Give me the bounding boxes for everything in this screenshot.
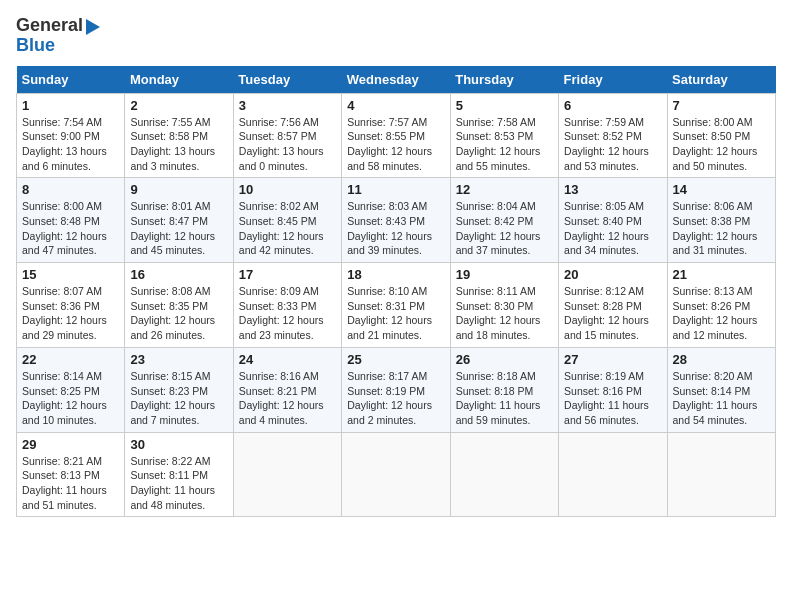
- day-number: 23: [130, 352, 227, 367]
- calendar-cell: 15Sunrise: 8:07 AMSunset: 8:36 PMDayligh…: [17, 263, 125, 348]
- day-info: Sunrise: 8:09 AMSunset: 8:33 PMDaylight:…: [239, 284, 336, 343]
- calendar-header-row: SundayMondayTuesdayWednesdayThursdayFrid…: [17, 66, 776, 94]
- day-number: 29: [22, 437, 119, 452]
- calendar-cell: 8Sunrise: 8:00 AMSunset: 8:48 PMDaylight…: [17, 178, 125, 263]
- day-info: Sunrise: 8:08 AMSunset: 8:35 PMDaylight:…: [130, 284, 227, 343]
- calendar-cell: 27Sunrise: 8:19 AMSunset: 8:16 PMDayligh…: [559, 347, 667, 432]
- day-number: 11: [347, 182, 444, 197]
- day-number: 26: [456, 352, 553, 367]
- day-number: 1: [22, 98, 119, 113]
- day-number: 2: [130, 98, 227, 113]
- day-info: Sunrise: 8:10 AMSunset: 8:31 PMDaylight:…: [347, 284, 444, 343]
- day-header-wednesday: Wednesday: [342, 66, 450, 94]
- day-info: Sunrise: 8:11 AMSunset: 8:30 PMDaylight:…: [456, 284, 553, 343]
- day-info: Sunrise: 8:18 AMSunset: 8:18 PMDaylight:…: [456, 369, 553, 428]
- day-info: Sunrise: 8:17 AMSunset: 8:19 PMDaylight:…: [347, 369, 444, 428]
- logo-arrow-icon: [86, 19, 100, 35]
- day-info: Sunrise: 8:16 AMSunset: 8:21 PMDaylight:…: [239, 369, 336, 428]
- calendar-cell: [233, 432, 341, 517]
- calendar-cell: 12Sunrise: 8:04 AMSunset: 8:42 PMDayligh…: [450, 178, 558, 263]
- calendar-cell: 22Sunrise: 8:14 AMSunset: 8:25 PMDayligh…: [17, 347, 125, 432]
- calendar-cell: 28Sunrise: 8:20 AMSunset: 8:14 PMDayligh…: [667, 347, 775, 432]
- calendar-cell: 4Sunrise: 7:57 AMSunset: 8:55 PMDaylight…: [342, 93, 450, 178]
- calendar-cell: 25Sunrise: 8:17 AMSunset: 8:19 PMDayligh…: [342, 347, 450, 432]
- day-info: Sunrise: 8:02 AMSunset: 8:45 PMDaylight:…: [239, 199, 336, 258]
- day-number: 6: [564, 98, 661, 113]
- calendar-cell: [450, 432, 558, 517]
- day-info: Sunrise: 8:13 AMSunset: 8:26 PMDaylight:…: [673, 284, 770, 343]
- logo-blue: Blue: [16, 36, 55, 56]
- day-info: Sunrise: 7:58 AMSunset: 8:53 PMDaylight:…: [456, 115, 553, 174]
- day-info: Sunrise: 7:56 AMSunset: 8:57 PMDaylight:…: [239, 115, 336, 174]
- day-number: 12: [456, 182, 553, 197]
- day-number: 7: [673, 98, 770, 113]
- day-header-thursday: Thursday: [450, 66, 558, 94]
- day-number: 30: [130, 437, 227, 452]
- day-number: 19: [456, 267, 553, 282]
- day-info: Sunrise: 8:00 AMSunset: 8:48 PMDaylight:…: [22, 199, 119, 258]
- calendar-cell: 11Sunrise: 8:03 AMSunset: 8:43 PMDayligh…: [342, 178, 450, 263]
- calendar-cell: 18Sunrise: 8:10 AMSunset: 8:31 PMDayligh…: [342, 263, 450, 348]
- day-number: 13: [564, 182, 661, 197]
- day-number: 25: [347, 352, 444, 367]
- day-header-friday: Friday: [559, 66, 667, 94]
- day-info: Sunrise: 8:15 AMSunset: 8:23 PMDaylight:…: [130, 369, 227, 428]
- day-number: 28: [673, 352, 770, 367]
- page-header: General Blue: [16, 16, 776, 56]
- day-info: Sunrise: 8:22 AMSunset: 8:11 PMDaylight:…: [130, 454, 227, 513]
- calendar-cell: 10Sunrise: 8:02 AMSunset: 8:45 PMDayligh…: [233, 178, 341, 263]
- day-number: 27: [564, 352, 661, 367]
- calendar-cell: 1Sunrise: 7:54 AMSunset: 9:00 PMDaylight…: [17, 93, 125, 178]
- day-number: 17: [239, 267, 336, 282]
- calendar-cell: 7Sunrise: 8:00 AMSunset: 8:50 PMDaylight…: [667, 93, 775, 178]
- day-info: Sunrise: 8:12 AMSunset: 8:28 PMDaylight:…: [564, 284, 661, 343]
- day-number: 20: [564, 267, 661, 282]
- calendar-cell: 2Sunrise: 7:55 AMSunset: 8:58 PMDaylight…: [125, 93, 233, 178]
- day-info: Sunrise: 8:19 AMSunset: 8:16 PMDaylight:…: [564, 369, 661, 428]
- calendar-cell: 24Sunrise: 8:16 AMSunset: 8:21 PMDayligh…: [233, 347, 341, 432]
- calendar-week-row: 22Sunrise: 8:14 AMSunset: 8:25 PMDayligh…: [17, 347, 776, 432]
- calendar-week-row: 15Sunrise: 8:07 AMSunset: 8:36 PMDayligh…: [17, 263, 776, 348]
- calendar-body: 1Sunrise: 7:54 AMSunset: 9:00 PMDaylight…: [17, 93, 776, 517]
- calendar-table: SundayMondayTuesdayWednesdayThursdayFrid…: [16, 66, 776, 518]
- calendar-cell: 21Sunrise: 8:13 AMSunset: 8:26 PMDayligh…: [667, 263, 775, 348]
- calendar-cell: 30Sunrise: 8:22 AMSunset: 8:11 PMDayligh…: [125, 432, 233, 517]
- day-header-tuesday: Tuesday: [233, 66, 341, 94]
- calendar-week-row: 1Sunrise: 7:54 AMSunset: 9:00 PMDaylight…: [17, 93, 776, 178]
- day-info: Sunrise: 8:06 AMSunset: 8:38 PMDaylight:…: [673, 199, 770, 258]
- day-number: 24: [239, 352, 336, 367]
- day-info: Sunrise: 7:54 AMSunset: 9:00 PMDaylight:…: [22, 115, 119, 174]
- calendar-cell: 19Sunrise: 8:11 AMSunset: 8:30 PMDayligh…: [450, 263, 558, 348]
- calendar-week-row: 8Sunrise: 8:00 AMSunset: 8:48 PMDaylight…: [17, 178, 776, 263]
- calendar-week-row: 29Sunrise: 8:21 AMSunset: 8:13 PMDayligh…: [17, 432, 776, 517]
- day-info: Sunrise: 7:57 AMSunset: 8:55 PMDaylight:…: [347, 115, 444, 174]
- day-number: 21: [673, 267, 770, 282]
- day-info: Sunrise: 8:20 AMSunset: 8:14 PMDaylight:…: [673, 369, 770, 428]
- day-number: 9: [130, 182, 227, 197]
- calendar-cell: [667, 432, 775, 517]
- day-number: 8: [22, 182, 119, 197]
- calendar-cell: [342, 432, 450, 517]
- day-info: Sunrise: 8:01 AMSunset: 8:47 PMDaylight:…: [130, 199, 227, 258]
- calendar-cell: 6Sunrise: 7:59 AMSunset: 8:52 PMDaylight…: [559, 93, 667, 178]
- calendar-cell: 17Sunrise: 8:09 AMSunset: 8:33 PMDayligh…: [233, 263, 341, 348]
- calendar-cell: 23Sunrise: 8:15 AMSunset: 8:23 PMDayligh…: [125, 347, 233, 432]
- day-number: 10: [239, 182, 336, 197]
- calendar-cell: 9Sunrise: 8:01 AMSunset: 8:47 PMDaylight…: [125, 178, 233, 263]
- day-info: Sunrise: 8:04 AMSunset: 8:42 PMDaylight:…: [456, 199, 553, 258]
- logo-general: General: [16, 16, 83, 36]
- calendar-cell: 5Sunrise: 7:58 AMSunset: 8:53 PMDaylight…: [450, 93, 558, 178]
- logo: General Blue: [16, 16, 100, 56]
- calendar-cell: 3Sunrise: 7:56 AMSunset: 8:57 PMDaylight…: [233, 93, 341, 178]
- day-number: 22: [22, 352, 119, 367]
- day-number: 4: [347, 98, 444, 113]
- day-number: 18: [347, 267, 444, 282]
- calendar-cell: 26Sunrise: 8:18 AMSunset: 8:18 PMDayligh…: [450, 347, 558, 432]
- day-info: Sunrise: 8:07 AMSunset: 8:36 PMDaylight:…: [22, 284, 119, 343]
- day-info: Sunrise: 8:14 AMSunset: 8:25 PMDaylight:…: [22, 369, 119, 428]
- calendar-cell: 13Sunrise: 8:05 AMSunset: 8:40 PMDayligh…: [559, 178, 667, 263]
- day-number: 5: [456, 98, 553, 113]
- day-info: Sunrise: 8:21 AMSunset: 8:13 PMDaylight:…: [22, 454, 119, 513]
- day-number: 3: [239, 98, 336, 113]
- day-info: Sunrise: 8:05 AMSunset: 8:40 PMDaylight:…: [564, 199, 661, 258]
